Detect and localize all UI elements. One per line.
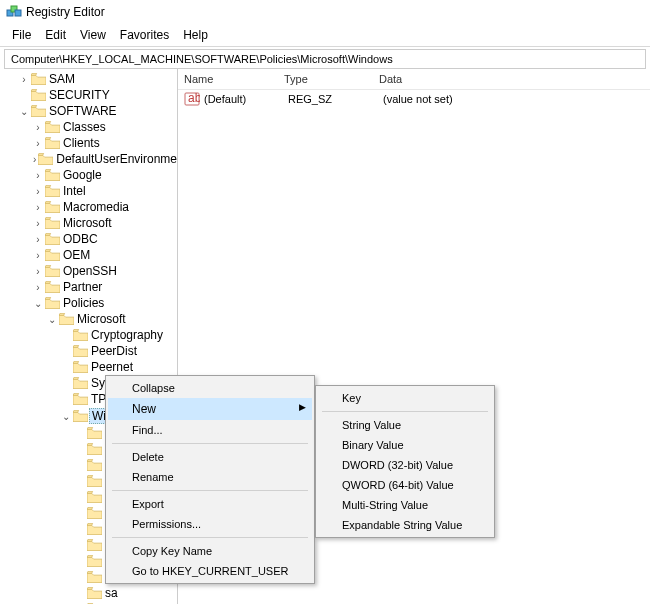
folder-icon (45, 201, 60, 213)
folder-icon (87, 555, 102, 567)
menu-separator (112, 537, 308, 538)
window-title: Registry Editor (26, 5, 105, 19)
tree-label: Policies (63, 296, 104, 310)
ctx-find[interactable]: Find... (108, 420, 312, 440)
sub-dword[interactable]: DWORD (32-bit) Value (318, 455, 492, 475)
sub-key[interactable]: Key (318, 388, 492, 408)
folder-icon (31, 89, 46, 101)
tree-label: Microsoft (63, 216, 112, 230)
address-bar[interactable]: Computer\HKEY_LOCAL_MACHINE\SOFTWARE\Pol… (4, 49, 646, 69)
folder-icon (73, 361, 88, 373)
tree-item-partner[interactable]: ›Partner (2, 279, 177, 295)
tree-label: OpenSSH (63, 264, 117, 278)
tree-item-openssh[interactable]: ›OpenSSH (2, 263, 177, 279)
folder-icon (45, 233, 60, 245)
ctx-rename[interactable]: Rename (108, 467, 312, 487)
menu-separator (112, 490, 308, 491)
menu-help[interactable]: Help (177, 26, 214, 44)
ctx-goto-hkcu[interactable]: Go to HKEY_CURRENT_USER (108, 561, 312, 581)
tree-label: Partner (63, 280, 102, 294)
tree-item-software[interactable]: ⌄SOFTWARE (2, 103, 177, 119)
expand-toggle-icon[interactable]: › (18, 74, 30, 85)
ctx-collapse[interactable]: Collapse (108, 378, 312, 398)
ctx-permissions[interactable]: Permissions... (108, 514, 312, 534)
tree-item-cryptography[interactable]: Cryptography (2, 327, 177, 343)
folder-icon (45, 185, 60, 197)
value-row[interactable]: (Default) REG_SZ (value not set) (178, 90, 650, 108)
folder-icon (45, 169, 60, 181)
folder-icon (87, 491, 102, 503)
ctx-new[interactable]: New▶ (108, 398, 312, 420)
sub-binary[interactable]: Binary Value (318, 435, 492, 455)
sub-qword[interactable]: QWORD (64-bit) Value (318, 475, 492, 495)
tree-item-microsoft[interactable]: ›Microsoft (2, 215, 177, 231)
tree-item-macromedia[interactable]: ›Macromedia (2, 199, 177, 215)
menu-edit[interactable]: Edit (39, 26, 72, 44)
tree-item-intel[interactable]: ›Intel (2, 183, 177, 199)
tree-item-defaultuserenvironme[interactable]: ›DefaultUserEnvironme (2, 151, 177, 167)
tree-label: Classes (63, 120, 106, 134)
tree-item-peernet[interactable]: Peernet (2, 359, 177, 375)
expand-toggle-icon[interactable]: ⌄ (32, 298, 44, 309)
expand-toggle-icon[interactable]: › (32, 218, 44, 229)
column-header-data[interactable]: Data (373, 69, 650, 89)
folder-icon (45, 217, 60, 229)
menu-favorites[interactable]: Favorites (114, 26, 175, 44)
app-icon (6, 4, 22, 20)
ctx-delete[interactable]: Delete (108, 447, 312, 467)
tree-item-security[interactable]: SECURITY (2, 87, 177, 103)
context-menu: Collapse New▶ Find... Delete Rename Expo… (105, 375, 315, 584)
column-header-name[interactable]: Name (178, 69, 278, 89)
menu-view[interactable]: View (74, 26, 112, 44)
sub-string[interactable]: String Value (318, 415, 492, 435)
folder-icon (73, 377, 88, 389)
folder-icon (87, 587, 102, 599)
sub-multistring[interactable]: Multi-String Value (318, 495, 492, 515)
tree-item-classes[interactable]: ›Classes (2, 119, 177, 135)
ctx-export[interactable]: Export (108, 494, 312, 514)
folder-icon (87, 571, 102, 583)
ctx-copy-key-name[interactable]: Copy Key Name (108, 541, 312, 561)
sub-expandable[interactable]: Expandable String Value (318, 515, 492, 535)
folder-icon (73, 393, 88, 405)
tree-item-microsoft-pol[interactable]: ⌄Microsoft (2, 311, 177, 327)
folder-icon (73, 345, 88, 357)
tree-item-google[interactable]: ›Google (2, 167, 177, 183)
folder-icon (38, 153, 53, 165)
tree-label: Google (63, 168, 102, 182)
expand-toggle-icon[interactable]: › (32, 138, 44, 149)
context-submenu-new: Key String Value Binary Value DWORD (32-… (315, 385, 495, 538)
expand-toggle-icon[interactable]: › (32, 170, 44, 181)
tree-item-policies[interactable]: ⌄Policies (2, 295, 177, 311)
folder-icon (87, 523, 102, 535)
expand-toggle-icon[interactable]: › (32, 234, 44, 245)
expand-toggle-icon[interactable]: › (32, 266, 44, 277)
menu-file[interactable]: File (6, 26, 37, 44)
expand-toggle-icon[interactable]: ⌄ (60, 411, 72, 422)
tree-label: Microsoft (77, 312, 126, 326)
value-type: REG_SZ (288, 93, 383, 105)
tree-item-peerdist[interactable]: PeerDist (2, 343, 177, 359)
menu-bar: File Edit View Favorites Help (0, 24, 650, 47)
folder-icon (87, 443, 102, 455)
expand-toggle-icon[interactable]: ⌄ (18, 106, 30, 117)
expand-toggle-icon[interactable]: › (32, 202, 44, 213)
tree-label: SECURITY (49, 88, 110, 102)
tree-item-odbc[interactable]: ›ODBC (2, 231, 177, 247)
folder-icon (87, 459, 102, 471)
expand-toggle-icon[interactable]: ⌄ (46, 314, 58, 325)
tree-item-clients[interactable]: ›Clients (2, 135, 177, 151)
expand-toggle-icon[interactable]: › (32, 282, 44, 293)
tree-item-sam[interactable]: ›SAM (2, 71, 177, 87)
tree-item-win-sa[interactable]: sa (2, 585, 177, 601)
tree-item-oem[interactable]: ›OEM (2, 247, 177, 263)
expand-toggle-icon[interactable]: › (32, 154, 37, 165)
expand-toggle-icon[interactable]: › (32, 122, 44, 133)
folder-icon (73, 329, 88, 341)
expand-toggle-icon[interactable]: › (32, 186, 44, 197)
folder-icon (73, 410, 88, 422)
expand-toggle-icon[interactable]: › (32, 250, 44, 261)
tree-label: PeerDist (91, 344, 137, 358)
column-header-type[interactable]: Type (278, 69, 373, 89)
tree-label: Macromedia (63, 200, 129, 214)
